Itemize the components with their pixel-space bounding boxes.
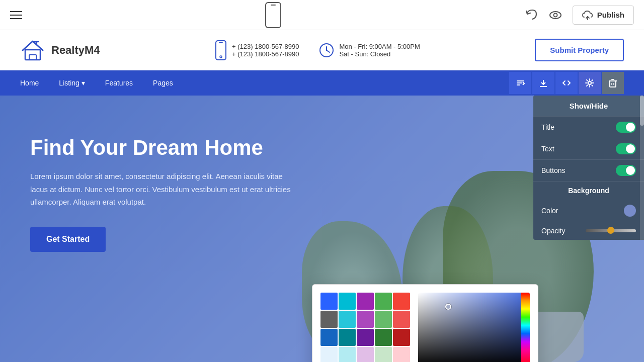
gradient-dark <box>418 293 530 362</box>
panel-scrollbar[interactable] <box>640 96 644 240</box>
hours-line2: Sat - Sun: Closed <box>339 50 420 58</box>
color-swatch[interactable] <box>357 311 374 328</box>
hours-line1: Mon - Fri: 9:00AM - 5:00PM <box>339 43 420 50</box>
contact-area: + (123) 1800-567-8990 + (123) 1800-567-8… <box>215 40 420 60</box>
buttons-label: Buttons <box>541 166 565 174</box>
color-swatch[interactable] <box>375 311 392 328</box>
color-swatch[interactable] <box>357 347 374 362</box>
nav-link-listing[interactable]: Listing ▾ <box>59 79 85 87</box>
svg-point-3 <box>553 13 557 17</box>
svg-rect-0 <box>266 3 281 28</box>
color-swatch[interactable] <box>320 329 338 346</box>
svg-point-2 <box>550 12 561 19</box>
svg-line-14 <box>327 50 330 52</box>
color-swatch[interactable] <box>320 347 338 362</box>
svg-rect-6 <box>29 55 36 60</box>
svg-point-20 <box>588 81 591 84</box>
color-swatch[interactable] <box>339 329 356 346</box>
color-swatch-button[interactable] <box>624 205 636 217</box>
site-header: RealtyM4 + (123) 1800-567-8990 + (123) 1… <box>0 30 644 70</box>
publish-button[interactable]: Publish <box>573 6 634 25</box>
publish-label: Publish <box>597 11 624 19</box>
hero-content: Find Your Dream Home Lorem ipsum dolor s… <box>0 96 352 292</box>
color-swatch[interactable] <box>320 311 338 328</box>
color-swatch[interactable] <box>339 311 356 328</box>
title-toggle[interactable] <box>616 122 636 133</box>
text-label: Text <box>541 145 554 153</box>
panel-header: Show/Hide <box>533 96 644 116</box>
color-swatch[interactable] <box>375 293 392 310</box>
color-row: Color <box>533 200 644 222</box>
show-hide-panel: Show/Hide Title Text Buttons Background … <box>533 96 644 240</box>
nav-link-pages[interactable]: Pages <box>153 79 173 87</box>
preview-icon[interactable] <box>548 8 562 22</box>
svg-rect-21 <box>610 81 616 87</box>
nav-link-home[interactable]: Home <box>20 79 39 87</box>
color-picker-popup: Less < <box>312 284 538 362</box>
opacity-row: Opacity <box>533 222 644 240</box>
top-toolbar: Publish <box>0 0 644 30</box>
buttons-toggle[interactable] <box>616 165 636 176</box>
color-swatch[interactable] <box>375 347 392 362</box>
text-toggle[interactable] <box>616 143 636 154</box>
text-toggle-knob <box>626 144 635 153</box>
toolbar-right: Publish <box>524 6 634 25</box>
clock-icon <box>319 43 334 58</box>
hero-section: Find Your Dream Home Lorem ipsum dolor s… <box>0 96 644 362</box>
gradient-cursor <box>445 304 451 310</box>
hero-cta-button[interactable]: Get Started <box>30 227 106 252</box>
opacity-label: Opacity <box>541 227 565 235</box>
color-swatch[interactable] <box>339 347 356 362</box>
hero-description: Lorem ipsum dolor sit amet, consectetur … <box>30 170 302 209</box>
color-swatch[interactable] <box>393 293 410 310</box>
hero-title: Find Your Dream Home <box>30 136 322 160</box>
title-toggle-row: Title <box>533 116 644 138</box>
code-tool-button[interactable] <box>555 72 578 94</box>
submit-property-button[interactable]: Submit Property <box>535 39 624 61</box>
color-swatch[interactable] <box>357 329 374 346</box>
color-swatch[interactable] <box>393 329 410 346</box>
opacity-slider[interactable] <box>586 229 636 232</box>
buttons-toggle-row: Buttons <box>533 159 644 181</box>
nav-tools <box>509 72 624 94</box>
color-swatch[interactable] <box>320 293 338 310</box>
panel-scroll-thumb <box>640 96 644 126</box>
phone-frame-icon[interactable] <box>265 2 281 28</box>
title-toggle-knob <box>626 123 635 132</box>
svg-rect-9 <box>216 41 226 60</box>
color-swatch[interactable] <box>393 311 410 328</box>
buttons-toggle-knob <box>626 166 635 175</box>
phone-contact: + (123) 1800-567-8990 + (123) 1800-567-8… <box>215 40 299 60</box>
sort-tool-button[interactable] <box>509 72 531 94</box>
color-swatch[interactable] <box>339 293 356 310</box>
color-gradient-area[interactable] <box>418 293 530 362</box>
opacity-thumb <box>607 227 614 234</box>
chevron-down-icon: ▾ <box>82 79 85 87</box>
hours-lines: Mon - Fri: 9:00AM - 5:00PM Sat - Sun: Cl… <box>339 43 420 58</box>
delete-tool-button[interactable] <box>602 72 624 94</box>
hamburger-icon[interactable] <box>10 11 22 19</box>
nav-link-features[interactable]: Features <box>105 79 133 87</box>
settings-tool-button[interactable] <box>579 72 601 94</box>
toolbar-center <box>265 2 281 28</box>
logo-area: RealtyM4 <box>20 38 100 63</box>
background-label: Background <box>533 181 644 200</box>
hours-contact: Mon - Fri: 9:00AM - 5:00PM Sat - Sun: Cl… <box>319 43 420 58</box>
phone-line2: + (123) 1800-567-8990 <box>232 50 299 58</box>
title-label: Title <box>541 123 554 131</box>
undo-icon[interactable] <box>524 8 538 22</box>
download-tool-button[interactable] <box>532 72 554 94</box>
color-label: Color <box>541 207 558 215</box>
logo-text: RealtyM4 <box>51 44 100 57</box>
color-swatches <box>320 293 410 362</box>
hue-bar[interactable] <box>521 293 530 362</box>
site-nav: Home Listing ▾ Features Pages <box>0 70 644 96</box>
color-swatch[interactable] <box>357 293 374 310</box>
cloud-upload-icon <box>582 10 593 20</box>
color-picker-top <box>320 293 530 362</box>
color-swatch[interactable] <box>375 329 392 346</box>
toolbar-left <box>10 11 22 19</box>
color-swatch[interactable] <box>393 347 410 362</box>
text-toggle-row: Text <box>533 138 644 159</box>
phone-icon <box>215 40 227 60</box>
